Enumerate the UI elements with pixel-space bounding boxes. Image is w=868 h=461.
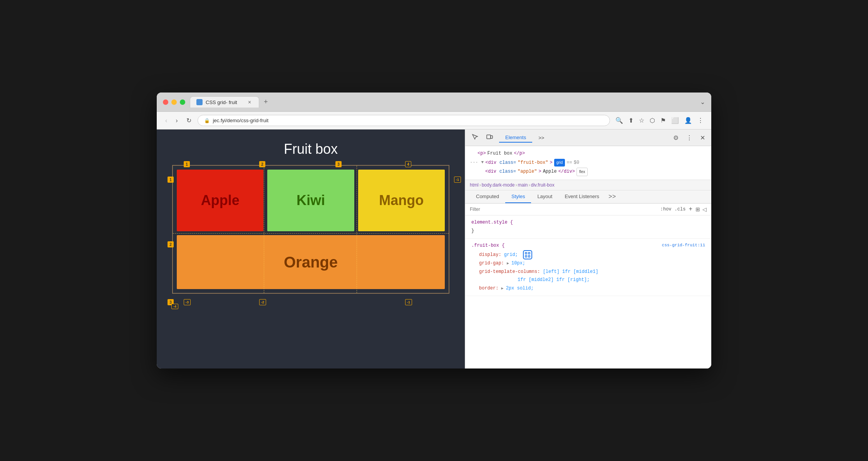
dom-line-div-apple[interactable]: <div class= "apple" > Apple </div> flex — [470, 167, 707, 177]
browser-window: CSS grid- fruit × + ⌄ ‹ › ↻ 🔒 jec.fyi/de… — [157, 93, 711, 368]
css-triangle-grid-gap: ▶ — [507, 261, 511, 266]
back-button[interactable]: ‹ — [163, 116, 169, 126]
breadcrumb-main[interactable]: main — [518, 182, 528, 188]
fruit-grid: Apple Kiwi Mango Orange — [173, 166, 449, 293]
css-brace-element: } — [471, 228, 474, 234]
zoom-button[interactable]: 🔍 — [614, 115, 625, 126]
bookmark-button[interactable]: ☆ — [637, 115, 646, 126]
dom-tag-apple-open: <div — [485, 168, 496, 176]
css-rule-close-element: } — [471, 227, 705, 236]
forward-button[interactable]: › — [173, 116, 180, 126]
css-prop-border-value: 2px solid; — [506, 286, 534, 291]
filter-bar: :hov .cls + ⊞ ◁ — [465, 204, 711, 215]
dom-attr-class-apple: class= — [499, 168, 516, 176]
filter-input[interactable] — [470, 207, 657, 212]
dom-tree: <p> Fruit box </p> ··· ▼ <div class= "fr… — [465, 146, 711, 180]
tab-close-button[interactable]: × — [246, 99, 253, 105]
filter-icons: ⊞ ◁ — [695, 206, 707, 212]
main-content: Fruit box 1 2 3 4 1 2 3 -4 — [157, 130, 711, 368]
css-rule-selector-element: element.style { — [471, 219, 705, 227]
mango-label: Mango — [379, 192, 424, 209]
sub-tab-layout[interactable]: Layout — [531, 190, 558, 203]
css-prop-gtc-cont: 1fr [middle2] 1fr [right]; — [479, 276, 705, 284]
dom-equal: == — [566, 159, 572, 167]
breadcrumb-sep-3: › — [529, 182, 530, 188]
devtools-tab-more[interactable]: >> — [532, 133, 550, 142]
breadcrumb-sep-1: › — [479, 182, 481, 188]
device-mode-button[interactable] — [484, 132, 494, 143]
window-controls — [163, 99, 185, 105]
grid-row-1-left: 1 — [168, 177, 174, 183]
breadcrumb-div-fruit-box[interactable]: div.fruit-box — [531, 182, 555, 188]
share-button[interactable]: ⬆ — [627, 115, 635, 126]
css-prop-grid-gap-name: grid-gap: — [479, 261, 507, 266]
breadcrumb-html[interactable]: html — [470, 182, 479, 188]
dom-tag-apple-gt: > — [538, 168, 541, 176]
fruit-apple: Apple — [177, 170, 263, 231]
css-prop-gtc-value: [left] 1fr [middle1] — [543, 269, 598, 274]
filter-icon-2[interactable]: ◁ — [702, 206, 707, 212]
filter-hov-button[interactable]: :hov — [660, 207, 672, 212]
reader-mode-button[interactable]: ⬜ — [670, 115, 680, 126]
flag-button[interactable]: ⚑ — [659, 115, 667, 126]
grid-col-3-top: 3 — [335, 161, 342, 167]
devtools-settings-button[interactable]: ⚙ — [672, 133, 680, 143]
grid-col-neg1-bottom: -1 — [405, 299, 412, 305]
svg-rect-3 — [528, 252, 530, 254]
css-prop-gtc-name: grid-template-columns: — [479, 269, 543, 274]
sub-tab-styles[interactable]: Styles — [505, 190, 531, 203]
dom-tag-div-open: <div — [485, 159, 496, 167]
grid-row-4-left: -4 — [171, 304, 178, 309]
css-selector-fruit-box[interactable]: .fruit-box { — [471, 243, 504, 248]
maximize-button[interactable] — [180, 99, 185, 105]
devtools-panel: Elements >> ⚙ ⋮ ✕ <p> Fruit box </p> ···… — [465, 130, 711, 368]
devtools-tab-elements[interactable]: Elements — [499, 133, 532, 143]
inspector-button[interactable] — [470, 132, 480, 143]
minimize-button[interactable] — [171, 99, 177, 105]
filter-icon-1[interactable]: ⊞ — [695, 206, 700, 212]
extension-button[interactable]: ⬡ — [648, 115, 657, 126]
fruit-orange: Orange — [177, 235, 445, 289]
sub-tab-computed[interactable]: Computed — [470, 190, 505, 203]
svg-rect-2 — [525, 252, 527, 254]
dom-badge-grid[interactable]: grid — [554, 159, 565, 167]
devtools-toolbar: Elements >> ⚙ ⋮ ✕ — [465, 130, 711, 146]
devtools-close-button[interactable]: ✕ — [699, 133, 707, 143]
close-button[interactable] — [163, 99, 168, 105]
filter-add-rule-button[interactable]: + — [689, 206, 692, 213]
grid-col-neg3-bottom: -3 — [184, 299, 191, 305]
dom-dollar-zero: $0 — [574, 159, 579, 167]
apple-label: Apple — [201, 192, 240, 209]
dom-badge-flex[interactable]: flex — [576, 168, 588, 176]
dom-line-div-fruit-box[interactable]: ··· ▼ <div class= "fruit-box" > grid == … — [470, 158, 707, 168]
browser-menu-button[interactable]: ⌄ — [700, 98, 705, 106]
dom-attr-val-apple: "apple" — [518, 168, 537, 176]
dom-line-p[interactable]: <p> Fruit box </p> — [470, 149, 707, 158]
fruit-kiwi: Kiwi — [267, 170, 354, 231]
account-button[interactable]: 👤 — [683, 115, 694, 126]
dom-dots: ··· — [470, 159, 478, 167]
svg-rect-4 — [525, 256, 527, 257]
reload-button[interactable]: ↻ — [184, 115, 194, 126]
filter-cls-button[interactable]: .cls — [675, 207, 686, 212]
grid-row-neg1-right: -1 — [454, 177, 461, 183]
css-rule-fruit-box: .fruit-box { css-grid-fruit:11 display: … — [465, 239, 711, 296]
grid-inspector-icon[interactable] — [523, 250, 532, 259]
css-triangle-border: ▶ — [501, 286, 506, 291]
dom-tag-div-gt: > — [550, 159, 552, 167]
breadcrumb-body[interactable]: body.dark-mode — [482, 182, 515, 188]
grid-row-2-left: 2 — [168, 241, 174, 247]
sub-tab-more[interactable]: >> — [605, 191, 619, 203]
css-rule-header-fruit-box: .fruit-box { css-grid-fruit:11 — [471, 242, 705, 250]
new-tab-button[interactable]: + — [261, 96, 271, 108]
fruit-mango: Mango — [358, 170, 445, 231]
more-button[interactable]: ⋮ — [696, 115, 705, 126]
css-source-fruit-box[interactable]: css-grid-fruit:11 — [662, 242, 705, 249]
active-tab[interactable]: CSS grid- fruit × — [190, 96, 259, 108]
lock-icon: 🔒 — [204, 118, 210, 123]
sub-tab-event-listeners[interactable]: Event Listeners — [558, 190, 605, 203]
url-bar[interactable]: 🔒 jec.fyi/demo/css-grid-fruit — [198, 115, 610, 126]
devtools-more-button[interactable]: ⋮ — [685, 133, 694, 143]
tab-bar: CSS grid- fruit × + — [190, 96, 695, 108]
css-rule-element-style: element.style { } — [465, 215, 711, 239]
